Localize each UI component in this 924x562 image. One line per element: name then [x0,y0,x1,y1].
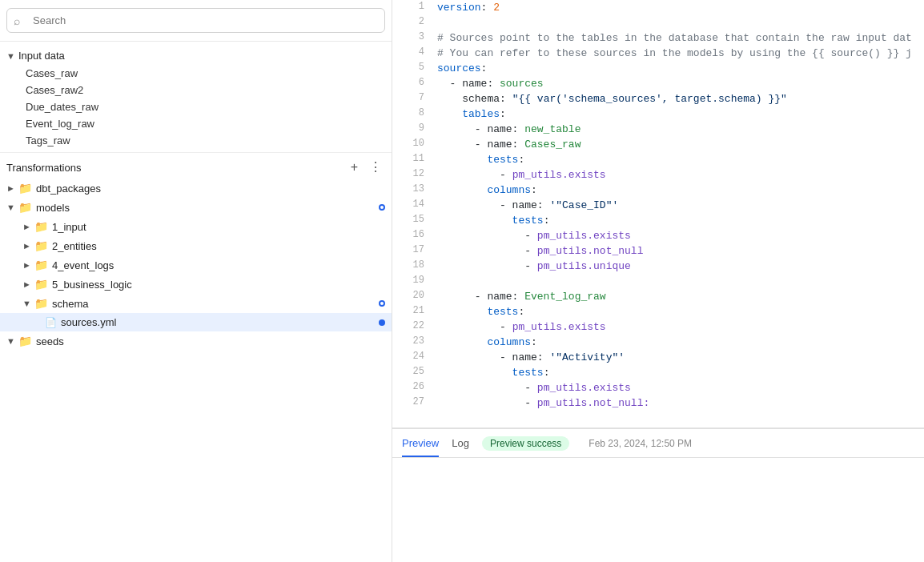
search-icon: ⌕ [14,14,20,27]
code-content: - name: sources [437,76,544,91]
chevron-down-icon: ▼ [6,203,16,212]
folder-models[interactable]: ▼ 📁 models [0,198,392,217]
chevron-down-icon: ▼ [22,299,32,308]
code-line: 7 schema: "{{ var('schema_sources', targ… [392,91,924,106]
line-number: 13 [399,183,424,195]
line-number: 21 [399,304,424,316]
chevron-right-icon: ► [22,279,32,289]
code-line: 24 - name: '"Activity"' [392,350,924,365]
folder-label: seeds [36,335,385,347]
input-data-label: Input data [18,50,65,62]
bottom-timestamp: Feb 23, 2024, 12:50 PM [589,438,692,449]
line-number: 10 [399,137,424,149]
right-panel: 1version: 22 3# Sources point to the tab… [392,0,924,562]
code-content: tests: [437,365,549,380]
chevron-right-icon: ► [6,183,16,193]
bottom-content [392,458,924,562]
chevron-down-icon: ▼ [6,51,15,61]
folder-icon: 📁 [34,297,48,310]
code-line: 14 - name: '"Case_ID"' [392,198,924,213]
chevron-right-icon: ► [22,222,32,231]
code-line: 20 - name: Event_log_raw [392,289,924,304]
folder-5-business-logic[interactable]: ► 📁 5_business_logic [0,275,392,294]
file-sources-yml[interactable]: 📄 sources.yml [0,313,392,331]
code-line: 3# Sources point to the tables in the da… [392,30,924,46]
code-content: - pm_utils.not_null: [437,395,649,411]
code-line: 13 columns: [392,183,924,198]
code-line: 5sources: [392,61,924,76]
more-options-button[interactable]: ⋮ [366,159,385,175]
left-panel: ⌕ ▼ Input data Cases_raw Cases_raw2 Due_… [0,0,392,562]
code-content: tables: [437,106,506,122]
list-item[interactable]: Event_log_raw [0,115,392,132]
chevron-right-icon: ▼ [6,336,16,346]
folder-schema[interactable]: ▼ 📁 schema [0,294,392,313]
folder-icon: 📁 [18,182,32,195]
code-content: - name: Event_log_raw [437,289,606,304]
add-transformation-button[interactable]: + [348,159,361,175]
line-number: 19 [399,274,424,286]
code-content: - name: '"Case_ID"' [437,198,618,213]
line-number: 15 [399,213,424,225]
file-icon: 📄 [45,317,57,328]
code-content: tests: [437,304,524,319]
code-content: sources: [437,61,487,76]
transformations-label: Transformations [6,162,348,174]
code-editor[interactable]: 1version: 22 3# Sources point to the tab… [392,0,924,428]
chevron-right-icon: ► [22,260,32,270]
list-item[interactable]: Cases_raw2 [0,82,392,98]
folder-label: schema [52,298,376,310]
folder-label: 5_business_logic [52,279,385,291]
code-line: 17 - pm_utils.not_null [392,243,924,259]
folder-icon: 📁 [34,278,48,291]
transformations-section-header: Transformations + ⋮ [0,152,392,179]
line-number: 27 [399,395,424,407]
folder-icon: 📁 [18,201,32,214]
transformations-actions: + ⋮ [348,159,385,175]
list-item[interactable]: Cases_raw [0,65,392,82]
folder-dbt-packages[interactable]: ► 📁 dbt_packages [0,179,392,198]
code-content: - pm_utils.not_null [437,243,643,259]
list-item[interactable]: Tags_raw [0,132,392,149]
code-content [437,15,444,30]
code-line: 22 - pm_utils.exists [392,319,924,335]
file-tree: ▼ Input data Cases_raw Cases_raw2 Due_da… [0,42,392,562]
code-line: 4# You can refer to these sources in the… [392,46,924,61]
code-content: - name: '"Activity"' [437,350,625,365]
line-number: 1 [399,0,424,12]
code-line: 23 columns: [392,335,924,350]
line-number: 24 [399,350,424,362]
folder-2-entities[interactable]: ► 📁 2_entities [0,236,392,255]
code-content: columns: [437,335,537,350]
folder-4-event-logs[interactable]: ► 📁 4_event_logs [0,255,392,275]
folder-seeds[interactable]: ▼ 📁 seeds [0,331,392,351]
code-line: 26 - pm_utils.exists [392,380,924,395]
line-number: 3 [399,30,424,42]
line-number: 25 [399,365,424,377]
line-number: 12 [399,167,424,179]
line-number: 7 [399,91,424,103]
line-number: 2 [399,15,424,27]
dot-indicator [379,300,385,307]
code-content: - pm_utils.exists [437,167,606,183]
search-bar: ⌕ [0,0,392,42]
folder-1-input[interactable]: ► 📁 1_input [0,217,392,236]
folder-label: models [36,202,376,214]
tab-preview[interactable]: Preview [402,431,439,457]
line-number: 9 [399,122,424,134]
tab-log[interactable]: Log [452,431,469,457]
code-content: columns: [437,183,537,198]
line-number: 4 [399,46,424,58]
code-content: tests: [437,213,549,228]
search-input[interactable] [6,8,385,33]
list-item[interactable]: Due_dates_raw [0,98,392,115]
code-line: 16 - pm_utils.exists [392,228,924,243]
line-number: 17 [399,243,424,255]
code-line: 27 - pm_utils.not_null: [392,395,924,411]
code-line: 12 - pm_utils.exists [392,167,924,183]
input-data-section[interactable]: ▼ Input data [0,46,392,65]
code-line: 25 tests: [392,365,924,380]
folder-icon: 📁 [34,220,48,233]
preview-success-badge: Preview success [482,436,569,451]
folder-label: 4_event_logs [52,259,385,271]
